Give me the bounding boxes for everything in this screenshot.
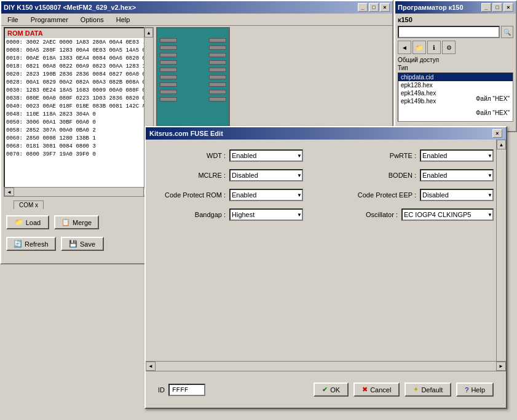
toolbar-back[interactable]: ◄ [398,41,411,54]
oscillator-select[interactable]: EC IOGP4 CLKINGP5 RC XT HS [401,208,494,221]
wdt-select[interactable]: Enabled Disabled [229,149,303,162]
pin-r2 [209,46,226,50]
default-button[interactable]: ✦ Default [405,382,451,397]
prog-close[interactable]: × [503,3,513,12]
hex-label-1: Файл "HEX" [476,95,510,102]
toolbar-settings[interactable]: ⚙ [442,41,456,54]
boden-select[interactable]: Enabled Disabled [420,169,494,181]
toolbar-row: ◄ 📁 ℹ ⚙ [398,41,513,54]
rom-line-13: 0068: 0181 3081 0084 0800 3 [6,143,144,151]
fuse-right-3: Code Protect EEP : Enabled Disabled [326,189,494,201]
pin-l6 [160,75,177,79]
pin-r1 [209,38,226,42]
refresh-button[interactable]: 🔄 Refresh [6,237,56,251]
main-window-controls: _ □ × [358,3,390,12]
prog-minimize[interactable]: _ [481,3,491,12]
fuse-row-3: Code Protect ROM : Enabled Disabled Code… [158,189,494,201]
search-input[interactable] [398,26,500,38]
rom-line-8: 0040: 0023 00AE 018F 018E 083B 0081 142C… [6,103,144,111]
merge-button[interactable]: 📋 Merge [54,215,99,229]
file-item-1[interactable]: epk128.hex [398,81,513,89]
fuse-h-scrollbar[interactable]: ◄ ► [146,361,506,371]
ok-button[interactable]: ✔ OK [314,382,349,397]
menu-options[interactable]: Options [77,15,108,25]
bandgap-label: Bandgap : [158,211,226,218]
default-icon: ✦ [413,386,419,394]
fuse-footer: ID ✔ OK ✖ Cancel ✦ Default ? Help [146,371,506,408]
pin-r4 [209,60,226,65]
toolbar-info[interactable]: ℹ [427,41,441,54]
mclre-select[interactable]: Enabled Disabled [229,169,303,181]
fuse-left-2: MCLRE : Enabled Disabled [158,169,326,181]
load-button[interactable]: 📁 Load [6,215,49,229]
pin-l7 [160,82,177,87]
fuse-right-1: PwRTE : Enabled Disabled [326,149,494,162]
rom-line-14: 0070: 0800 39F7 19A0 39F0 0 [6,151,144,159]
fuse-dialog: Kitsrus.com FUSE Edit × WDT : Enabled Di… [144,126,507,409]
menu-bar: File Programmer Options Help [1,14,392,26]
id-input[interactable] [168,384,205,396]
mclre-select-wrapper: Enabled Disabled [229,169,303,181]
rom-data-area: ROM DATA 0000: 3002 2AEC 0000 1A83 280A … [4,27,146,196]
rom-line-4: 0020: 2823 190B 2836 2836 0084 0827 00A0… [6,71,144,79]
pin-l8 [160,90,177,94]
help-button[interactable]: ? Help [456,382,494,397]
pin-r5 [209,68,226,72]
load-icon: 📁 [15,218,23,226]
fuse-right-4: Oscillator : EC IOGP4 CLKINGP5 RC XT HS [324,208,494,221]
scroll-left-arrow[interactable]: ◄ [4,188,14,196]
fuse-scroll-up[interactable]: ▲ [497,140,506,149]
fuse-scroll-right[interactable]: ► [496,362,506,371]
general-access-label: Общий доступ [398,57,513,63]
toolbar-folder[interactable]: 📁 [412,41,426,54]
boden-label: BODEN : [342,172,416,179]
menu-help[interactable]: Help [112,15,134,25]
footer-buttons: ✔ OK ✖ Cancel ✦ Default ? Help [314,382,494,397]
hex-label-2: Файл "HEX" [476,109,510,116]
rom-line-11: 0058: 2852 307A 00A0 0BA0 2 [6,127,144,135]
rom-line-6: 0030: 1283 0E24 18A5 1683 0009 00A0 080F… [6,87,144,95]
scroll-up-arrow[interactable]: ▲ [144,28,153,38]
cancel-icon: ✖ [362,386,368,394]
rom-line-12: 0060: 2850 0008 1280 138B 1 [6,135,144,143]
minimize-button[interactable]: _ [358,3,368,12]
cpr-select[interactable]: Enabled Disabled [229,189,303,201]
cpr-select-wrapper: Enabled Disabled [229,189,303,201]
fuse-scroll-left[interactable]: ◄ [146,362,156,371]
pwrte-select-wrapper: Enabled Disabled [420,149,494,162]
search-button[interactable]: 🔍 [501,26,513,38]
rom-line-5: 0028: 00A1 0829 00A2 082A 00A3 082B 008A… [6,79,144,87]
main-title-bar: DIY K150 v150807 <MetFM2_629_v2.hex> _ □… [1,1,392,14]
fuse-close-button[interactable]: × [492,129,502,138]
wdt-label: WDT : [158,152,226,159]
fuse-left-1: WDT : Enabled Disabled [158,149,326,162]
load-merge-row: 📁 Load 📋 Merge [6,215,99,229]
wdt-select-wrapper: Enabled Disabled [229,149,303,162]
pwrte-select[interactable]: Enabled Disabled [420,149,494,162]
rom-line-0: 0000: 3002 2AEC 0000 1A83 280A 00A4 0E03… [6,39,144,47]
id-area: ID [158,384,205,396]
close-button[interactable]: × [380,3,390,12]
chip-right-pins [209,38,226,101]
fuse-v-scrollbar[interactable]: ▲ ▼ [496,140,506,371]
file-item-0[interactable]: chipdata.cid [398,73,513,81]
bandgap-select[interactable]: Highest High Medium Low [229,208,303,221]
rom-h-scrollbar[interactable]: ◄ ► [4,187,154,197]
menu-file[interactable]: File [4,15,22,25]
pin-l5 [160,68,177,72]
fuse-row-4: Bandgap : Highest High Medium Low Oscill… [158,208,494,221]
fuse-left-3: Code Protect ROM : Enabled Disabled [158,189,326,201]
maximize-button[interactable]: □ [369,3,379,12]
cancel-button[interactable]: ✖ Cancel [353,382,400,397]
pin-l2 [160,46,177,50]
save-button[interactable]: 💾 Save [61,237,104,251]
pin-r6 [209,75,226,79]
fuse-row-2: MCLRE : Enabled Disabled BODEN : Enabled… [158,169,494,181]
prog-subtitle: к150 [398,16,513,23]
save-icon: 💾 [69,240,77,248]
com-tab[interactable]: COM x [14,200,44,209]
menu-programmer[interactable]: Programmer [27,15,72,25]
search-row: 🔍 [398,26,513,38]
cpe-select[interactable]: Enabled Disabled [420,189,494,201]
prog-maximize[interactable]: □ [492,3,502,12]
